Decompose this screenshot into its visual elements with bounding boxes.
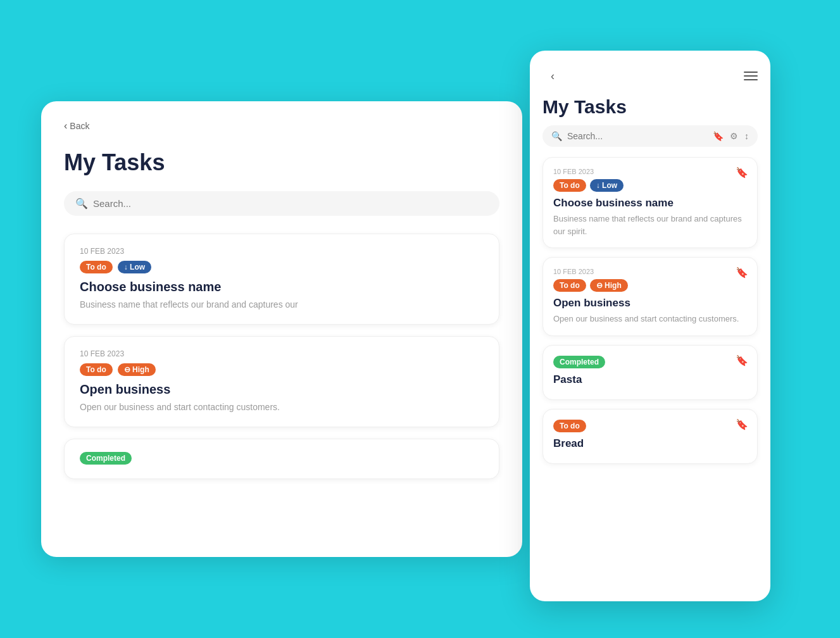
back-task-card-2[interactable]: 10 FEB 2023 To do ⊖ High Open business O… (64, 336, 499, 427)
completed-badge: Completed (80, 452, 132, 465)
task-bookmark-icon[interactable]: 🔖 (736, 354, 748, 366)
front-menu-button[interactable] (744, 72, 758, 80)
front-task-card-2[interactable]: 🔖 10 FEB 2023 To do ⊖ High Open business… (542, 257, 758, 336)
filter-icon[interactable]: ⚙ (730, 131, 738, 141)
back-search-bar[interactable]: 🔍 (64, 191, 499, 216)
front-task-card-3[interactable]: 🔖 Completed Pasta (542, 345, 758, 400)
front-card: ‹ My Tasks 🔍 🔖 ⚙ ↕ 🔖 10 FEB 2023 To do ↓… (530, 51, 770, 601)
high-badge: ⊖ High (590, 279, 628, 292)
task-desc: Business name that reflects our brand an… (553, 213, 747, 237)
low-badge: ↓ Low (118, 261, 151, 273)
todo-badge: To do (80, 261, 113, 273)
search-icon: 🔍 (75, 197, 88, 210)
high-badge: ⊖ High (118, 363, 156, 376)
front-search-bar[interactable]: 🔍 🔖 ⚙ ↕ (542, 125, 758, 147)
back-task-card-3[interactable]: Completed (64, 439, 499, 479)
back-card-title: My Tasks (64, 149, 499, 176)
task-bookmark-icon[interactable]: 🔖 (736, 418, 748, 430)
back-task-card-1[interactable]: 10 FEB 2023 To do ↓ Low Choose business … (64, 234, 499, 325)
task-date: 10 FEB 2023 (80, 349, 484, 358)
low-badge: ↓ Low (590, 179, 624, 192)
tag-row: To do ↓ Low (553, 179, 747, 192)
menu-line-1 (744, 72, 758, 73)
tag-row: To do (553, 420, 747, 432)
task-desc: Business name that reflects our brand an… (80, 298, 484, 311)
front-tasks-list: 🔖 10 FEB 2023 To do ↓ Low Choose busines… (530, 157, 770, 601)
task-desc: Open our business and start contacting c… (80, 401, 484, 414)
front-card-title: My Tasks (530, 86, 770, 125)
sort-icon[interactable]: ↕ (744, 131, 749, 141)
task-title: Bread (553, 437, 747, 450)
task-desc: Open our business and start contacting c… (553, 313, 747, 325)
menu-line-3 (744, 79, 758, 80)
front-task-card-4[interactable]: 🔖 To do Bread (542, 409, 758, 464)
todo-badge: To do (80, 363, 113, 376)
todo-badge: To do (553, 179, 586, 192)
task-title: Open business (80, 382, 484, 397)
task-title: Pasta (553, 373, 747, 386)
task-date: 10 FEB 2023 (553, 268, 747, 275)
todo-badge: To do (553, 420, 586, 432)
task-bookmark-icon[interactable]: 🔖 (736, 166, 748, 178)
tag-row: Completed (80, 452, 484, 465)
bookmark-icon[interactable]: 🔖 (713, 131, 724, 141)
task-bookmark-icon[interactable]: 🔖 (736, 266, 748, 278)
back-chevron-icon: ‹ (64, 120, 67, 132)
front-back-button[interactable]: ‹ (542, 66, 563, 86)
task-date: 10 FEB 2023 (553, 168, 747, 175)
front-task-card-1[interactable]: 🔖 10 FEB 2023 To do ↓ Low Choose busines… (542, 157, 758, 248)
completed-badge: Completed (553, 356, 605, 368)
task-title: Choose business name (553, 197, 747, 210)
back-search-input[interactable] (93, 198, 488, 209)
back-label: Back (70, 121, 89, 131)
tag-row: Completed (553, 356, 747, 368)
front-search-input[interactable] (567, 131, 708, 141)
search-icon: 🔍 (551, 131, 562, 141)
task-title: Open business (553, 297, 747, 310)
back-navigation[interactable]: ‹ Back (64, 120, 499, 132)
back-card: ‹ Back My Tasks 🔍 10 FEB 2023 To do ↓ Lo… (41, 101, 522, 557)
todo-badge: To do (553, 279, 586, 292)
menu-line-2 (744, 75, 758, 77)
tag-row: To do ⊖ High (80, 363, 484, 376)
search-action-icons: 🔖 ⚙ ↕ (713, 131, 749, 141)
tag-row: To do ⊖ High (553, 279, 747, 292)
task-title: Choose business name (80, 280, 484, 294)
task-date: 10 FEB 2023 (80, 247, 484, 256)
front-header: ‹ (530, 51, 770, 86)
tag-row: To do ↓ Low (80, 261, 484, 273)
